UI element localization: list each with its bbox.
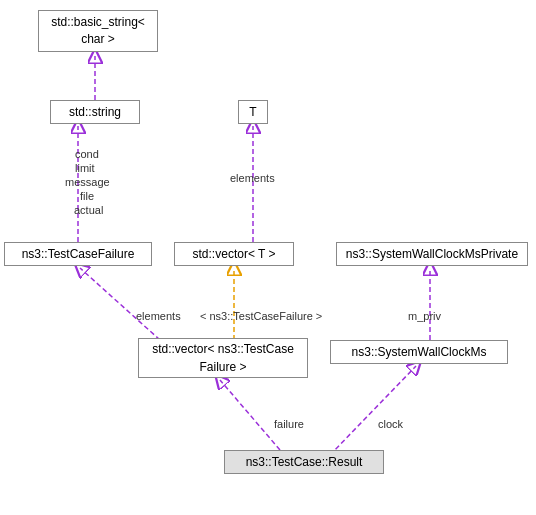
label-ns3-failure: < ns3::TestCaseFailure > <box>200 310 322 322</box>
label-failure: failure <box>274 418 304 430</box>
label-elements-vec: elements <box>136 310 181 322</box>
node-system-wall-clock: ns3::SystemWallClockMs <box>330 340 508 364</box>
node-basic-string: std::basic_string< char > <box>38 10 158 52</box>
node-std-string: std::string <box>50 100 140 124</box>
node-system-wall-clock-private: ns3::SystemWallClockMsPrivate <box>336 242 528 266</box>
label-message: message <box>65 176 110 188</box>
label-elements-T: elements <box>230 172 275 184</box>
node-test-case-failure: ns3::TestCaseFailure <box>4 242 152 266</box>
svg-line-6 <box>80 268 160 340</box>
label-cond: cond <box>75 148 99 160</box>
node-test-case-result: ns3::TestCase::Result <box>224 450 384 474</box>
diagram: std::basic_string< char > std::string T … <box>0 0 536 515</box>
label-limit: limit <box>75 162 95 174</box>
node-vector-failure: std::vector< ns3::TestCaseFailure > <box>138 338 308 378</box>
node-T: T <box>238 100 268 124</box>
label-clock: clock <box>378 418 403 430</box>
label-m-priv: m_priv <box>408 310 441 322</box>
svg-line-10 <box>330 366 416 455</box>
node-vector-T: std::vector< T > <box>174 242 294 266</box>
svg-line-9 <box>220 380 280 450</box>
label-file: file <box>80 190 94 202</box>
label-actual: actual <box>74 204 103 216</box>
